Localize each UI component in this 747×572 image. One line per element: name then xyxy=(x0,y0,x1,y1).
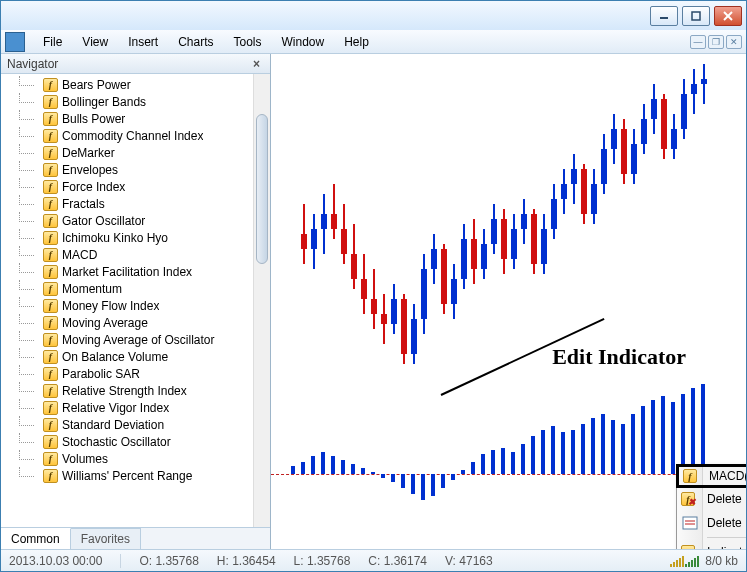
ctx-properties[interactable]: f MACD(12,26,9) properties... xyxy=(676,464,746,488)
scrollbar-vertical[interactable] xyxy=(253,74,270,527)
navigator-panel: Navigator × fBears PowerfBollinger Bands… xyxy=(1,54,271,549)
indicator-item[interactable]: fWilliams' Percent Range xyxy=(1,467,270,484)
menu-insert[interactable]: Insert xyxy=(118,33,168,51)
navigator-title: Navigator xyxy=(7,57,58,71)
indicator-icon: f xyxy=(43,112,58,126)
tab-favorites[interactable]: Favorites xyxy=(71,528,141,549)
indicator-icon: f xyxy=(43,214,58,228)
maximize-button[interactable] xyxy=(682,6,710,26)
indicator-icon: f xyxy=(43,299,58,313)
indicator-label: Bulls Power xyxy=(62,112,125,126)
indicator-label: MACD xyxy=(62,248,97,262)
indicator-icon: f xyxy=(43,129,58,143)
minimize-button[interactable] xyxy=(650,6,678,26)
indicator-item[interactable]: fMomentum xyxy=(1,280,270,297)
tab-common[interactable]: Common xyxy=(1,528,71,549)
indicator-item[interactable]: fIchimoku Kinko Hyo xyxy=(1,229,270,246)
chart-area[interactable]: Edit Indicator f MACD(12,26,9) propertie… xyxy=(271,54,746,549)
indicator-icon: f xyxy=(43,452,58,466)
status-open: O: 1.35768 xyxy=(139,554,198,568)
indicator-icon: f xyxy=(43,469,58,483)
ctx-delete-window-label: Delete Indicator Window xyxy=(707,516,746,530)
navigator-tabs: Common Favorites xyxy=(1,527,270,549)
indicator-properties-icon: f xyxy=(683,467,701,485)
indicator-label: Envelopes xyxy=(62,163,118,177)
indicator-item[interactable]: fBollinger Bands xyxy=(1,93,270,110)
indicator-label: Money Flow Index xyxy=(62,299,159,313)
ctx-delete-indicator[interactable]: f✖ Delete Indicator xyxy=(677,487,746,511)
app-icon xyxy=(5,32,25,52)
navigator-close-button[interactable]: × xyxy=(249,57,264,71)
titlebar[interactable] xyxy=(1,0,746,30)
indicator-icon: f xyxy=(43,282,58,296)
indicator-item[interactable]: fRelative Strength Index xyxy=(1,382,270,399)
indicator-tree[interactable]: fBears PowerfBollinger BandsfBulls Power… xyxy=(1,74,270,527)
indicator-icon: f xyxy=(43,231,58,245)
indicator-item[interactable]: fCommodity Channel Index xyxy=(1,127,270,144)
mdi-minimize-button[interactable]: — xyxy=(690,35,706,49)
indicator-label: Volumes xyxy=(62,452,108,466)
status-high: H: 1.36454 xyxy=(217,554,276,568)
indicator-item[interactable]: fStochastic Oscillator xyxy=(1,433,270,450)
indicator-icon: f xyxy=(43,163,58,177)
indicator-icon: f xyxy=(43,333,58,347)
indicator-item[interactable]: fMoving Average of Oscillator xyxy=(1,331,270,348)
indicator-label: Fractals xyxy=(62,197,105,211)
svg-rect-4 xyxy=(683,517,697,529)
indicators-list-icon: f xyxy=(681,543,699,549)
menu-tools[interactable]: Tools xyxy=(224,33,272,51)
navigator-header[interactable]: Navigator × xyxy=(1,54,270,74)
indicator-label: Market Facilitation Index xyxy=(62,265,192,279)
indicator-icon: f xyxy=(43,367,58,381)
scrollbar-thumb[interactable] xyxy=(256,114,268,264)
indicator-icon: f xyxy=(43,78,58,92)
indicator-label: Standard Deviation xyxy=(62,418,164,432)
context-menu-separator xyxy=(707,537,746,538)
mdi-restore-button[interactable]: ❐ xyxy=(708,35,724,49)
indicator-item[interactable]: fRelative Vigor Index xyxy=(1,399,270,416)
indicator-item[interactable]: fEnvelopes xyxy=(1,161,270,178)
close-button[interactable] xyxy=(714,6,742,26)
indicator-item[interactable]: fGator Oscillator xyxy=(1,212,270,229)
indicator-item[interactable]: fMoney Flow Index xyxy=(1,297,270,314)
indicator-label: Moving Average of Oscillator xyxy=(62,333,215,347)
indicator-item[interactable]: fMACD xyxy=(1,246,270,263)
indicator-item[interactable]: fFractals xyxy=(1,195,270,212)
indicator-label: Williams' Percent Range xyxy=(62,469,192,483)
status-bar: 2013.10.03 00:00 O: 1.35768 H: 1.36454 L… xyxy=(1,549,746,571)
status-date: 2013.10.03 00:00 xyxy=(9,554,102,568)
indicator-icon: f xyxy=(43,435,58,449)
indicator-item[interactable]: fDeMarker xyxy=(1,144,270,161)
indicator-icon: f xyxy=(43,316,58,330)
status-volume: V: 47163 xyxy=(445,554,493,568)
status-connection: 8/0 kb xyxy=(705,554,738,568)
indicator-item[interactable]: fOn Balance Volume xyxy=(1,348,270,365)
indicator-label: Commodity Channel Index xyxy=(62,129,203,143)
menu-charts[interactable]: Charts xyxy=(168,33,223,51)
ctx-delete-window[interactable]: Delete Indicator Window xyxy=(677,511,746,535)
indicator-label: Gator Oscillator xyxy=(62,214,145,228)
menu-help[interactable]: Help xyxy=(334,33,379,51)
menu-window[interactable]: Window xyxy=(272,33,335,51)
indicator-icon: f xyxy=(43,384,58,398)
connection-indicator-icon xyxy=(670,555,699,567)
ctx-indicators-list[interactable]: f Indicators List Ctrl+I xyxy=(677,540,746,549)
indicator-icon: f xyxy=(43,95,58,109)
indicator-item[interactable]: fBulls Power xyxy=(1,110,270,127)
menu-file[interactable]: File xyxy=(33,33,72,51)
indicator-label: Relative Strength Index xyxy=(62,384,187,398)
indicator-item[interactable]: fForce Index xyxy=(1,178,270,195)
indicator-item[interactable]: fStandard Deviation xyxy=(1,416,270,433)
mdi-close-button[interactable]: ✕ xyxy=(726,35,742,49)
indicator-item[interactable]: fMoving Average xyxy=(1,314,270,331)
annotation-label: Edit Indicator xyxy=(552,344,686,370)
indicator-item[interactable]: fParabolic SAR xyxy=(1,365,270,382)
app-window: File View Insert Charts Tools Window Hel… xyxy=(0,0,747,572)
indicator-item[interactable]: fMarket Facilitation Index xyxy=(1,263,270,280)
indicator-item[interactable]: fVolumes xyxy=(1,450,270,467)
ctx-indicators-list-label: Indicators List xyxy=(707,545,746,549)
menu-view[interactable]: View xyxy=(72,33,118,51)
indicator-icon: f xyxy=(43,401,58,415)
indicator-icon: f xyxy=(43,248,58,262)
indicator-item[interactable]: fBears Power xyxy=(1,76,270,93)
